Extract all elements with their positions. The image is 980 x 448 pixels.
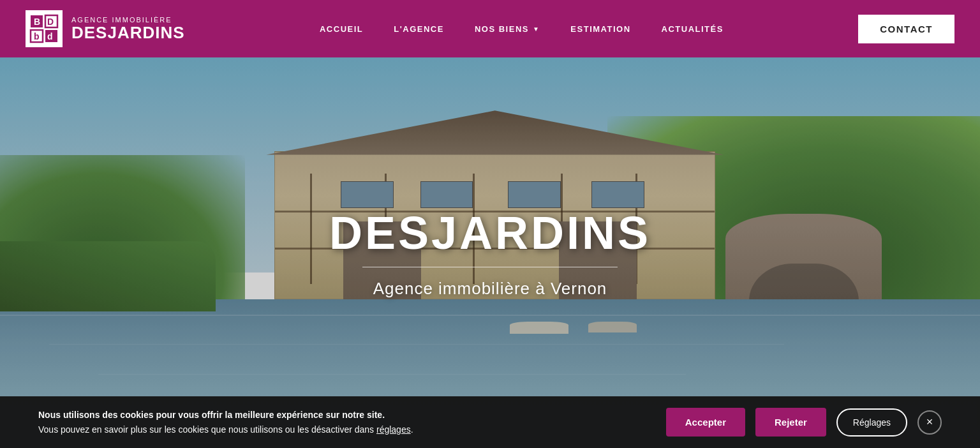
logo[interactable]: B D b d AGENCE IMMOBILIÈRE DESJARDINS: [26, 10, 185, 47]
close-cookie-banner-button[interactable]: ×: [917, 410, 942, 435]
nav-estimation[interactable]: ESTIMATION: [570, 24, 630, 34]
nav-nosbiens[interactable]: NOS BIENS ▼: [475, 24, 540, 34]
cookie-text-line2: Vous pouvez en savoir plus sur les cooki…: [38, 424, 413, 435]
logo-icon: B D b d: [26, 10, 63, 47]
svg-text:d: d: [47, 31, 53, 41]
nosbiens-dropdown-icon: ▼: [533, 26, 540, 33]
hero-title: DESJARDINS: [329, 207, 651, 259]
cookie-actions: Accepter Rejeter Réglages ×: [666, 408, 942, 437]
cookie-settings-button[interactable]: Réglages: [836, 408, 907, 437]
hero-section: DESJARDINS Agence immobilière à Vernon: [0, 57, 980, 448]
cookie-banner: Nous utilisons des cookies pour vous off…: [0, 396, 980, 448]
cookie-text: Nous utilisons des cookies pour vous off…: [38, 408, 413, 437]
logo-title: DESJARDINS: [71, 24, 185, 42]
site-header: B D b d AGENCE IMMOBILIÈRE DESJARDINS AC…: [0, 0, 980, 57]
svg-text:b: b: [34, 31, 40, 41]
hero-divider: [362, 267, 618, 267]
logo-text: AGENCE IMMOBILIÈRE DESJARDINS: [71, 16, 185, 42]
logo-svg: B D b d: [29, 14, 59, 43]
hero-subtitle: Agence immobilière à Vernon: [329, 279, 651, 299]
hero-text-block: DESJARDINS Agence immobilière à Vernon: [329, 207, 651, 299]
nav-lagence[interactable]: L'AGENCE: [394, 24, 444, 34]
logo-subtitle: AGENCE IMMOBILIÈRE: [71, 16, 185, 24]
cookie-text-line1: Nous utilisons des cookies pour vous off…: [38, 410, 385, 420]
cookie-settings-link[interactable]: réglages: [376, 424, 411, 435]
accept-cookies-button[interactable]: Accepter: [666, 408, 745, 437]
svg-text:B: B: [34, 17, 40, 27]
main-nav: ACCUEIL L'AGENCE NOS BIENS ▼ ESTIMATION …: [320, 24, 724, 34]
svg-text:D: D: [47, 17, 54, 27]
contact-button[interactable]: CONTACT: [858, 15, 954, 43]
nav-actualites[interactable]: ACTUALITÉS: [662, 24, 724, 34]
reject-cookies-button[interactable]: Rejeter: [755, 408, 826, 437]
nav-accueil[interactable]: ACCUEIL: [320, 24, 363, 34]
